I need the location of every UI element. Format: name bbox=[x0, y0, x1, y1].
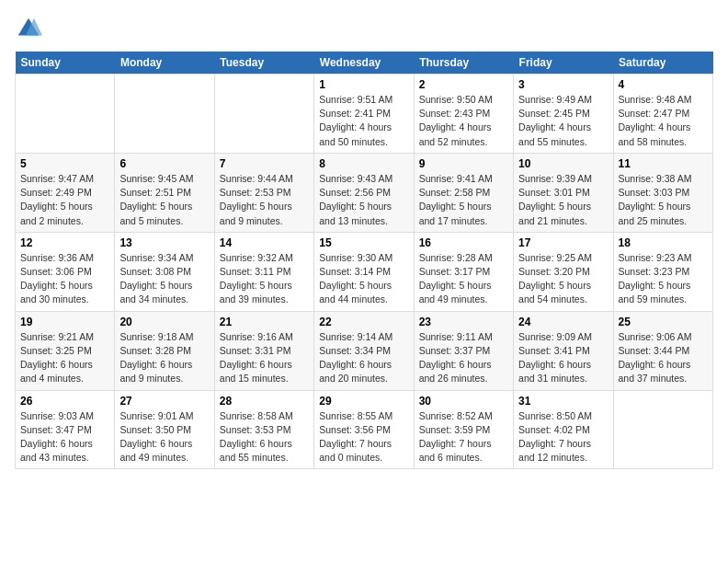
day-info: Sunrise: 9:14 AM Sunset: 3:34 PM Dayligh… bbox=[319, 331, 392, 385]
day-number: 9 bbox=[419, 157, 508, 170]
day-info: Sunrise: 8:55 AM Sunset: 3:56 PM Dayligh… bbox=[319, 410, 392, 464]
calendar-cell: 19Sunrise: 9:21 AM Sunset: 3:25 PM Dayli… bbox=[16, 311, 115, 390]
day-number: 15 bbox=[319, 236, 408, 249]
day-info: Sunrise: 9:18 AM Sunset: 3:28 PM Dayligh… bbox=[119, 331, 193, 385]
calendar-cell: 11Sunrise: 9:38 AM Sunset: 3:03 PM Dayli… bbox=[613, 153, 712, 232]
day-info: Sunrise: 9:16 AM Sunset: 3:31 PM Dayligh… bbox=[220, 331, 293, 385]
day-info: Sunrise: 8:58 AM Sunset: 3:53 PM Dayligh… bbox=[220, 410, 293, 464]
day-info: Sunrise: 9:36 AM Sunset: 3:06 PM Dayligh… bbox=[20, 252, 94, 305]
day-number: 13 bbox=[119, 236, 209, 249]
page-container: SundayMondayTuesdayWednesdayThursdayFrid… bbox=[0, 0, 728, 480]
calendar-cell: 22Sunrise: 9:14 AM Sunset: 3:34 PM Dayli… bbox=[314, 311, 414, 390]
day-info: Sunrise: 9:28 AM Sunset: 3:17 PM Dayligh… bbox=[419, 252, 493, 305]
week-row-3: 12Sunrise: 9:36 AM Sunset: 3:06 PM Dayli… bbox=[16, 232, 713, 311]
calendar-cell: 28Sunrise: 8:58 AM Sunset: 3:53 PM Dayli… bbox=[214, 390, 313, 469]
day-number: 28 bbox=[220, 395, 309, 408]
week-row-4: 19Sunrise: 9:21 AM Sunset: 3:25 PM Dayli… bbox=[16, 311, 713, 390]
day-info: Sunrise: 9:39 AM Sunset: 3:01 PM Dayligh… bbox=[518, 173, 592, 226]
day-number: 30 bbox=[419, 395, 508, 408]
day-info: Sunrise: 9:38 AM Sunset: 3:03 PM Dayligh… bbox=[619, 173, 692, 226]
day-info: Sunrise: 9:25 AM Sunset: 3:20 PM Dayligh… bbox=[518, 252, 592, 305]
day-info: Sunrise: 9:43 AM Sunset: 2:56 PM Dayligh… bbox=[319, 173, 392, 226]
calendar-cell: 12Sunrise: 9:36 AM Sunset: 3:06 PM Dayli… bbox=[16, 232, 115, 311]
calendar-cell: 25Sunrise: 9:06 AM Sunset: 3:44 PM Dayli… bbox=[613, 311, 712, 390]
calendar-cell: 8Sunrise: 9:43 AM Sunset: 2:56 PM Daylig… bbox=[314, 153, 414, 232]
calendar-cell: 10Sunrise: 9:39 AM Sunset: 3:01 PM Dayli… bbox=[514, 153, 613, 232]
day-info: Sunrise: 9:11 AM Sunset: 3:37 PM Dayligh… bbox=[419, 331, 493, 385]
week-row-2: 5Sunrise: 9:47 AM Sunset: 2:49 PM Daylig… bbox=[16, 153, 713, 232]
day-number: 10 bbox=[518, 157, 608, 170]
day-info: Sunrise: 9:01 AM Sunset: 3:50 PM Dayligh… bbox=[119, 410, 193, 464]
day-number: 24 bbox=[518, 316, 608, 328]
day-info: Sunrise: 9:06 AM Sunset: 3:44 PM Dayligh… bbox=[619, 331, 692, 385]
calendar-cell: 4Sunrise: 9:48 AM Sunset: 2:47 PM Daylig… bbox=[613, 75, 712, 154]
day-info: Sunrise: 9:49 AM Sunset: 2:45 PM Dayligh… bbox=[518, 94, 592, 147]
day-number: 23 bbox=[419, 316, 508, 328]
day-number: 21 bbox=[220, 316, 309, 328]
calendar-cell: 14Sunrise: 9:32 AM Sunset: 3:11 PM Dayli… bbox=[214, 232, 313, 311]
calendar-cell: 2Sunrise: 9:50 AM Sunset: 2:43 PM Daylig… bbox=[414, 75, 513, 154]
calendar-table: SundayMondayTuesdayWednesdayThursdayFrid… bbox=[15, 52, 713, 469]
day-number: 20 bbox=[119, 316, 209, 328]
calendar-cell: 26Sunrise: 9:03 AM Sunset: 3:47 PM Dayli… bbox=[16, 390, 115, 469]
day-info: Sunrise: 9:44 AM Sunset: 2:53 PM Dayligh… bbox=[220, 173, 293, 226]
day-number: 16 bbox=[419, 236, 508, 249]
day-info: Sunrise: 9:30 AM Sunset: 3:14 PM Dayligh… bbox=[319, 252, 392, 305]
day-number: 25 bbox=[619, 316, 708, 328]
header-day-monday: Monday bbox=[115, 52, 214, 75]
day-info: Sunrise: 9:03 AM Sunset: 3:47 PM Dayligh… bbox=[20, 410, 94, 464]
calendar-cell: 1Sunrise: 9:51 AM Sunset: 2:41 PM Daylig… bbox=[314, 75, 414, 154]
day-info: Sunrise: 9:50 AM Sunset: 2:43 PM Dayligh… bbox=[419, 94, 493, 147]
day-number: 6 bbox=[119, 157, 209, 170]
calendar-cell: 9Sunrise: 9:41 AM Sunset: 2:58 PM Daylig… bbox=[414, 153, 513, 232]
day-info: Sunrise: 9:47 AM Sunset: 2:49 PM Dayligh… bbox=[20, 173, 94, 226]
calendar-cell: 5Sunrise: 9:47 AM Sunset: 2:49 PM Daylig… bbox=[16, 153, 115, 232]
day-number: 7 bbox=[220, 157, 309, 170]
calendar-cell: 20Sunrise: 9:18 AM Sunset: 3:28 PM Dayli… bbox=[115, 311, 214, 390]
calendar-cell: 13Sunrise: 9:34 AM Sunset: 3:08 PM Dayli… bbox=[115, 232, 214, 311]
calendar-cell: 23Sunrise: 9:11 AM Sunset: 3:37 PM Dayli… bbox=[414, 311, 513, 390]
day-number: 31 bbox=[518, 395, 608, 408]
day-number: 5 bbox=[20, 157, 109, 170]
header-day-wednesday: Wednesday bbox=[314, 52, 414, 75]
day-number: 1 bbox=[319, 78, 408, 91]
calendar-cell: 24Sunrise: 9:09 AM Sunset: 3:41 PM Dayli… bbox=[514, 311, 613, 390]
day-info: Sunrise: 8:50 AM Sunset: 4:02 PM Dayligh… bbox=[518, 410, 592, 464]
day-number: 29 bbox=[319, 395, 408, 408]
week-row-1: 1Sunrise: 9:51 AM Sunset: 2:41 PM Daylig… bbox=[16, 75, 713, 154]
day-number: 27 bbox=[119, 395, 209, 408]
day-number: 17 bbox=[518, 236, 608, 249]
calendar-cell: 16Sunrise: 9:28 AM Sunset: 3:17 PM Dayli… bbox=[414, 232, 513, 311]
day-info: Sunrise: 9:48 AM Sunset: 2:47 PM Dayligh… bbox=[619, 94, 692, 147]
calendar-cell: 21Sunrise: 9:16 AM Sunset: 3:31 PM Dayli… bbox=[214, 311, 313, 390]
day-info: Sunrise: 9:45 AM Sunset: 2:51 PM Dayligh… bbox=[119, 173, 193, 226]
day-number: 12 bbox=[20, 236, 109, 249]
day-number: 4 bbox=[619, 78, 708, 91]
calendar-header: SundayMondayTuesdayWednesdayThursdayFrid… bbox=[16, 52, 713, 75]
calendar-cell: 3Sunrise: 9:49 AM Sunset: 2:45 PM Daylig… bbox=[514, 75, 613, 154]
header-row: SundayMondayTuesdayWednesdayThursdayFrid… bbox=[16, 52, 713, 75]
day-info: Sunrise: 8:52 AM Sunset: 3:59 PM Dayligh… bbox=[419, 410, 493, 464]
day-info: Sunrise: 9:21 AM Sunset: 3:25 PM Dayligh… bbox=[20, 331, 94, 385]
calendar-cell bbox=[16, 75, 115, 154]
header-day-tuesday: Tuesday bbox=[214, 52, 313, 75]
calendar-cell: 15Sunrise: 9:30 AM Sunset: 3:14 PM Dayli… bbox=[314, 232, 414, 311]
page-header bbox=[15, 15, 713, 42]
day-info: Sunrise: 9:32 AM Sunset: 3:11 PM Dayligh… bbox=[220, 252, 293, 305]
header-day-saturday: Saturday bbox=[613, 52, 712, 75]
day-number: 18 bbox=[619, 236, 708, 249]
day-number: 11 bbox=[619, 157, 708, 170]
calendar-cell: 31Sunrise: 8:50 AM Sunset: 4:02 PM Dayli… bbox=[514, 390, 613, 469]
calendar-cell: 17Sunrise: 9:25 AM Sunset: 3:20 PM Dayli… bbox=[514, 232, 613, 311]
day-number: 22 bbox=[319, 316, 408, 328]
day-info: Sunrise: 9:09 AM Sunset: 3:41 PM Dayligh… bbox=[518, 331, 592, 385]
day-number: 3 bbox=[518, 78, 608, 91]
calendar-cell bbox=[214, 75, 313, 154]
calendar-cell bbox=[115, 75, 214, 154]
day-number: 8 bbox=[319, 157, 408, 170]
calendar-cell: 18Sunrise: 9:23 AM Sunset: 3:23 PM Dayli… bbox=[613, 232, 712, 311]
logo bbox=[15, 15, 46, 42]
calendar-cell: 27Sunrise: 9:01 AM Sunset: 3:50 PM Dayli… bbox=[115, 390, 214, 469]
header-day-sunday: Sunday bbox=[16, 52, 115, 75]
calendar-cell bbox=[613, 390, 712, 469]
